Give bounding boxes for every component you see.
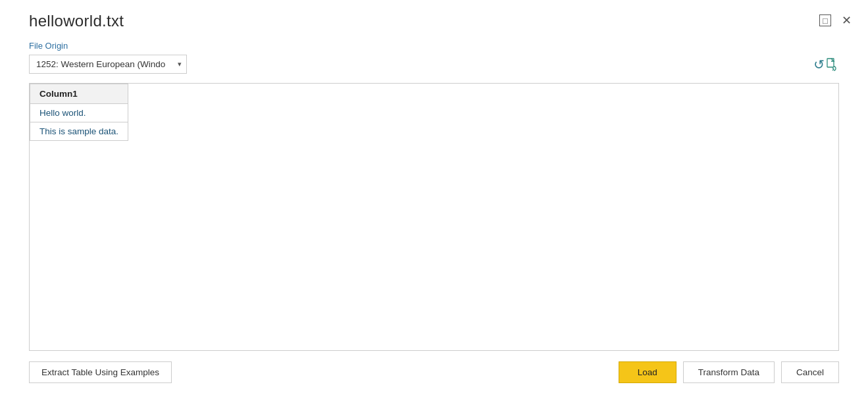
refresh-svg-icon xyxy=(825,57,839,72)
file-origin-row: 1252: Western European (Windows)65001: U… xyxy=(29,55,839,74)
footer: Extract Table Using Examples Load Transf… xyxy=(0,351,868,395)
table-header-cell: Column1 xyxy=(30,84,128,104)
file-origin-label: File Origin xyxy=(29,41,839,51)
refresh-icon: ↻ xyxy=(813,57,825,72)
file-origin-select[interactable]: 1252: Western European (Windows)65001: U… xyxy=(29,55,187,74)
footer-left: Extract Table Using Examples xyxy=(29,361,172,383)
main-window: helloworld.txt □ ✕ File Origin 1252: Wes… xyxy=(0,0,868,395)
file-origin-select-wrapper: 1252: Western European (Windows)65001: U… xyxy=(29,55,187,74)
load-button[interactable]: Load xyxy=(619,361,677,383)
close-button[interactable]: ✕ xyxy=(840,14,852,26)
table-header: Column1 xyxy=(30,84,128,104)
content-area: File Origin 1252: Western European (Wind… xyxy=(0,30,868,351)
table-cell: Hello world. xyxy=(30,104,128,122)
transform-data-button[interactable]: Transform Data xyxy=(683,361,775,383)
table-body: Hello world.This is sample data. xyxy=(30,104,128,141)
header-row: Column1 xyxy=(30,84,128,104)
table-row: This is sample data. xyxy=(30,122,128,141)
extract-table-button[interactable]: Extract Table Using Examples xyxy=(29,361,172,383)
window-controls: □ ✕ xyxy=(819,12,852,26)
maximize-button[interactable]: □ xyxy=(819,14,831,26)
cancel-button[interactable]: Cancel xyxy=(781,361,839,383)
table-container[interactable]: Column1 Hello world.This is sample data. xyxy=(29,83,839,351)
data-table: Column1 Hello world.This is sample data. xyxy=(30,84,128,141)
window-title: helloworld.txt xyxy=(29,12,124,30)
refresh-button[interactable]: ↻ xyxy=(813,57,839,72)
table-row: Hello world. xyxy=(30,104,128,122)
table-cell: This is sample data. xyxy=(30,122,128,141)
title-bar: helloworld.txt □ ✕ xyxy=(0,0,868,30)
footer-right: Load Transform Data Cancel xyxy=(619,361,839,383)
